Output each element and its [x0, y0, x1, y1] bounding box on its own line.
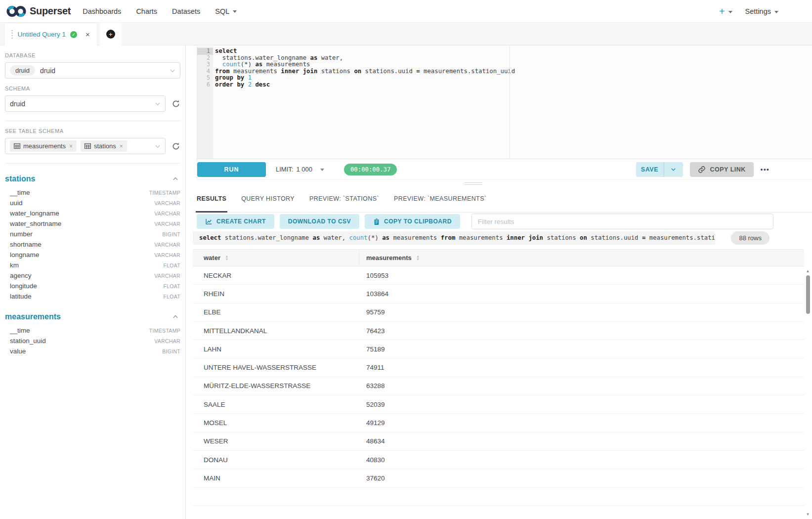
scroll-down-icon[interactable]: ▼ — [805, 512, 811, 517]
table-tag-label: stations — [94, 142, 116, 150]
chart-icon — [205, 218, 213, 225]
sql-token: on — [354, 68, 361, 75]
copy-link-button[interactable]: COPY LINK — [690, 162, 754, 177]
table-tag-stations[interactable]: stations × — [81, 140, 127, 152]
new-query-tab-button[interactable]: + — [100, 23, 122, 45]
column-header-measurements[interactable]: measurements ▲▼ — [359, 250, 804, 266]
cell-water: SAALE — [193, 401, 359, 408]
tab-close-icon[interactable]: × — [85, 31, 90, 38]
schema-column-row[interactable]: kmFLOAT — [5, 260, 180, 270]
new-item-menu-button[interactable]: + — [719, 6, 732, 16]
sql-token: as — [310, 54, 318, 61]
code-line[interactable]: from measurements inner join stations on… — [215, 68, 812, 75]
superset-logo[interactable]: Superset — [6, 4, 71, 18]
column-type: FLOAT — [163, 262, 180, 268]
cell-measurements: 37620 — [359, 475, 804, 482]
code-line[interactable]: select — [215, 48, 812, 55]
schema-column-row[interactable]: longitudeFLOAT — [5, 281, 180, 291]
schema-column-row[interactable]: valueBIGINT — [5, 346, 180, 356]
table-row[interactable]: UNTERE HAVEL-WASSERSTRASSE74911 — [193, 358, 804, 377]
editor-code[interactable]: select stations.water_longname as water,… — [213, 46, 812, 159]
chevron-down-icon — [170, 68, 175, 74]
tab-preview-stations[interactable]: PREVIEW: `STATIONS` — [309, 185, 379, 212]
sql-token: stations.uuid — [361, 68, 416, 75]
save-button[interactable]: SAVE — [636, 162, 664, 177]
table-row[interactable]: WESER48634 — [193, 432, 804, 451]
settings-menu-button[interactable]: Settings — [745, 7, 778, 15]
nav-sql-menu[interactable]: SQL — [215, 7, 237, 15]
sort-icon[interactable]: ▲▼ — [416, 255, 420, 261]
create-chart-button[interactable]: CREATE CHART — [197, 214, 274, 229]
nav-charts[interactable]: Charts — [136, 7, 157, 15]
schema-select[interactable]: druid — [5, 95, 166, 112]
limit-dropdown[interactable]: LIMIT: 1 000 — [276, 166, 324, 173]
table-schema-select[interactable]: measurements × stations × — [5, 138, 166, 154]
cell-water: NECKAR — [193, 272, 359, 279]
table-row[interactable]: MITTELLANDKANAL76423 — [193, 322, 804, 340]
scrollbar-thumb[interactable] — [806, 275, 810, 314]
database-select[interactable]: druid druid — [5, 62, 180, 79]
schema-column-row[interactable]: agencyVARCHAR — [5, 270, 180, 281]
tab-untitled-query[interactable]: Untitled Query 1 ✓ × — [4, 23, 97, 45]
column-name: number — [10, 230, 33, 238]
tab-results[interactable]: RESULTS — [197, 185, 226, 212]
tab-drag-handle-icon[interactable] — [11, 30, 13, 39]
sql-token: water, — [320, 234, 349, 241]
schema-column-row[interactable]: __timeTIMESTAMP — [5, 325, 180, 336]
schema-column-row[interactable]: water_longnameVARCHAR — [5, 208, 180, 218]
table-row[interactable]: LAHN75189 — [193, 340, 804, 358]
save-dropdown-button[interactable] — [664, 162, 683, 177]
table-row[interactable]: MÜRITZ-ELDE-WASSERSTRASSE63288 — [193, 377, 804, 395]
column-name: value — [10, 347, 26, 355]
table-row[interactable]: NECKAR105953 — [193, 266, 804, 285]
sql-token: inner join — [281, 68, 317, 75]
column-type: FLOAT — [163, 294, 180, 300]
remove-tag-icon[interactable]: × — [69, 143, 73, 149]
refresh-schema-icon[interactable] — [171, 99, 180, 108]
schema-column-row[interactable]: latitudeFLOAT — [5, 291, 180, 302]
filter-results-input[interactable] — [471, 214, 773, 229]
nav-datasets[interactable]: Datasets — [172, 7, 200, 15]
schema-column-row[interactable]: station_uuidVARCHAR — [5, 336, 180, 346]
tab-query-history[interactable]: QUERY HISTORY — [241, 185, 295, 212]
tab-preview-measurements[interactable]: PREVIEW: `MEASUREMENTS` — [394, 185, 486, 212]
download-csv-button[interactable]: DOWNLOAD TO CSV — [280, 214, 359, 229]
measurements-section-header[interactable]: measurements — [5, 312, 180, 321]
table-row[interactable]: ELBE95759 — [193, 303, 804, 322]
code-line[interactable]: stations.water_longname as water, — [215, 55, 812, 62]
schema-column-row[interactable]: shortnameVARCHAR — [5, 239, 180, 250]
schema-column-row[interactable]: __timeTIMESTAMP — [5, 187, 180, 198]
schema-column-row[interactable]: numberBIGINT — [5, 229, 180, 239]
sort-icon[interactable]: ▲▼ — [225, 255, 228, 261]
table-tag-measurements[interactable]: measurements × — [10, 140, 77, 152]
schema-column-row[interactable]: water_shortnameVARCHAR — [5, 218, 180, 229]
code-line[interactable]: count(*) as measurements — [215, 61, 812, 68]
nav-dashboards[interactable]: Dashboards — [83, 7, 121, 15]
copy-clipboard-button[interactable]: COPY TO CLIPBOARD — [365, 214, 460, 229]
run-button[interactable]: RUN — [197, 162, 266, 177]
remove-tag-icon[interactable]: × — [120, 143, 123, 149]
chevron-up-icon[interactable] — [172, 176, 178, 182]
table-row[interactable]: DONAU40830 — [193, 451, 804, 469]
column-header-water[interactable]: water ▲▼ — [193, 250, 359, 266]
code-line[interactable]: order by 2 desc — [215, 82, 812, 88]
scroll-up-icon[interactable]: ▲ — [805, 269, 811, 274]
editor-gutter: 123456 — [197, 46, 213, 159]
refresh-tables-icon[interactable] — [171, 142, 180, 151]
table-row[interactable]: SAALE52039 — [193, 395, 804, 414]
executed-query-preview[interactable]: select stations.water_longname as water,… — [193, 231, 715, 245]
cell-measurements: 74911 — [359, 364, 804, 371]
sql-code-editor[interactable]: 123456 select stations.water_longname as… — [197, 46, 812, 159]
stations-section-header[interactable]: stations — [5, 174, 180, 183]
results-scrollbar[interactable]: ▲ ▼ — [805, 267, 811, 519]
schema-column-row[interactable]: uuidVARCHAR — [5, 198, 180, 208]
schema-column-row[interactable]: longnameVARCHAR — [5, 250, 180, 260]
more-options-button[interactable]: ••• — [761, 166, 769, 173]
cell-water: LAHN — [193, 346, 359, 353]
code-line[interactable]: group by 1 — [215, 75, 812, 82]
table-row[interactable]: MOSEL49129 — [193, 414, 804, 432]
link-icon — [698, 166, 706, 173]
chevron-up-icon[interactable] — [172, 314, 178, 320]
table-row[interactable]: RHEIN103864 — [193, 285, 804, 303]
table-row[interactable]: MAIN37620 — [193, 469, 804, 487]
